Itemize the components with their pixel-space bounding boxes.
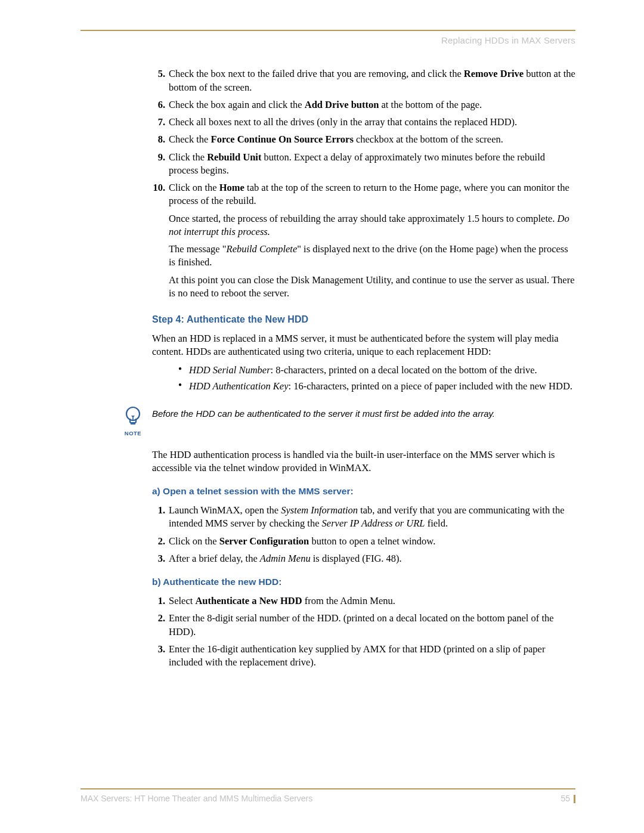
list-item: Check all boxes next to all the drives (…	[152, 116, 575, 129]
page-footer: MAX Servers: HT Home Theater and MMS Mul…	[80, 788, 575, 804]
bullet-item: HDD Authentication Key: 16-characters, p…	[178, 380, 575, 393]
step4-intro: When an HDD is replaced in a MMS server,…	[152, 332, 575, 359]
list-item: Check the Force Continue On Source Error…	[152, 133, 575, 146]
page-content: Check the box next to the failed drive t…	[152, 67, 575, 669]
lightbulb-icon	[122, 405, 144, 429]
list-item: Select Authenticate a New HDD from the A…	[152, 594, 575, 608]
step-list-continued: Check the box next to the failed drive t…	[152, 67, 575, 300]
note-label: NOTE	[119, 430, 147, 438]
section-a-heading: a) Open a telnet session with the MMS se…	[152, 485, 575, 498]
list-item: Click on the Home tab at the top of the …	[152, 181, 575, 300]
list-item-paragraph: Once started, the process of rebuilding …	[169, 212, 575, 239]
section-b-heading: b) Authenticate the new HDD:	[152, 576, 575, 589]
note-block: NOTE Before the HDD can be authenticated…	[119, 405, 575, 438]
list-item-paragraph: At this point you can close the Disk Man…	[169, 274, 575, 301]
list-item: After a brief delay, the Admin Menu is d…	[152, 552, 575, 565]
list-item-paragraph: The message "Rebuild Complete" is displa…	[169, 243, 575, 270]
note-text: Before the HDD can be authenticated to t…	[152, 405, 495, 420]
footer-title: MAX Servers: HT Home Theater and MMS Mul…	[80, 793, 312, 804]
footer-page-group: 55	[561, 793, 575, 804]
after-note-para: The HDD authentication process is handle…	[152, 448, 575, 475]
document-page: Replacing HDDs in MAX Servers Check the …	[0, 0, 644, 833]
list-item: Click the Rebuild Unit button. Expect a …	[152, 151, 575, 178]
page-header-title: Replacing HDDs in MAX Servers	[80, 35, 575, 47]
list-item: Launch WinMAX, open the System Informati…	[152, 504, 575, 531]
list-item: Check the box again and click the Add Dr…	[152, 98, 575, 112]
note-icon-container: NOTE	[119, 405, 147, 438]
page-number: 55	[561, 793, 570, 804]
section-a-list: Launch WinMAX, open the System Informati…	[152, 504, 575, 565]
list-item: Enter the 8-digit serial number of the H…	[152, 612, 575, 639]
criteria-list: HDD Serial Number: 8-characters, printed…	[152, 364, 575, 393]
header-rule	[80, 30, 575, 31]
list-item: Click on the Server Configuration button…	[152, 535, 575, 548]
step4-heading: Step 4: Authenticate the New HDD	[152, 313, 575, 326]
list-item: Check the box next to the failed drive t…	[152, 67, 575, 94]
footer-tick-icon	[574, 795, 575, 803]
section-b-list: Select Authenticate a New HDD from the A…	[152, 594, 575, 669]
list-item: Enter the 16-digit authentication key su…	[152, 643, 575, 670]
bullet-item: HDD Serial Number: 8-characters, printed…	[178, 364, 575, 377]
